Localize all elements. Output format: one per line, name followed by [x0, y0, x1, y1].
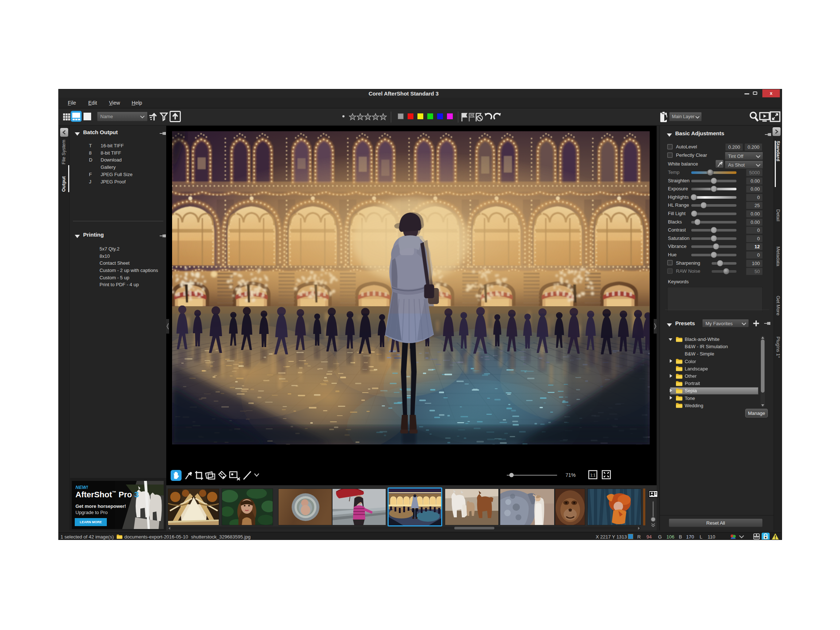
svg-text:1:1: 1:1	[590, 473, 596, 477]
